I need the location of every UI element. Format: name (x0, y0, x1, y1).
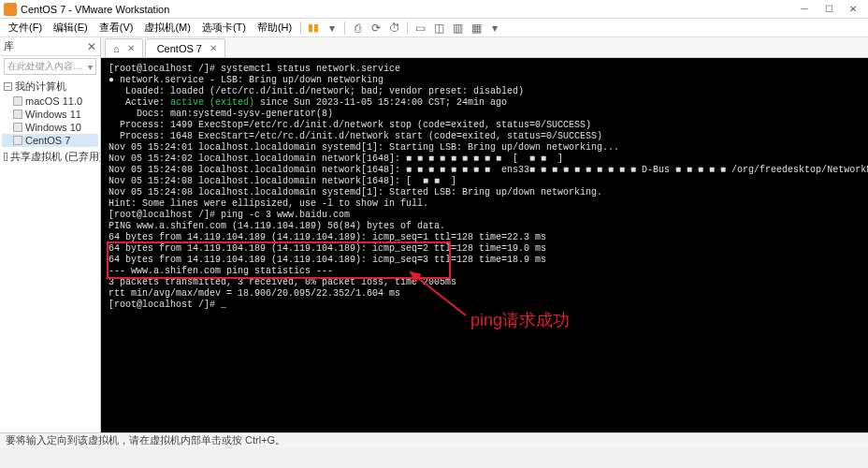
thumbnail-icon[interactable]: ▥ (449, 20, 466, 37)
separator (300, 22, 301, 35)
snapshot-icon[interactable]: ⟳ (368, 20, 384, 37)
search-input[interactable]: 在此处键入内容进行搜索 ▾ (4, 58, 96, 75)
pause-icon[interactable]: ▮▮ (305, 20, 322, 37)
menu-help[interactable]: 帮助(H) (253, 19, 297, 37)
home-icon: ⌂ (113, 43, 120, 54)
menu-view[interactable]: 查看(V) (94, 19, 138, 37)
stretch-icon[interactable]: ▦ (468, 20, 485, 37)
search-icon: ▾ (88, 62, 93, 72)
toolbar-more-icon[interactable]: ▾ (486, 20, 503, 37)
menu-edit[interactable]: 编辑(E) (49, 19, 93, 37)
tree-item-win10[interactable]: Windows 10 (2, 121, 98, 134)
vm-icon (13, 96, 22, 106)
close-button[interactable]: ✕ (842, 2, 864, 17)
tab-label: CentOS 7 (157, 43, 202, 54)
send-ctrl-alt-del-icon[interactable]: ⎙ (349, 20, 366, 37)
fullscreen-icon[interactable]: ▭ (412, 20, 428, 37)
toolbar-dropdown-icon[interactable]: ▾ (324, 20, 340, 37)
separator (344, 22, 345, 35)
tab-close-icon[interactable]: ✕ (210, 43, 217, 53)
separator (407, 22, 408, 35)
main-area: ⌂ ✕ CentOS 7 ✕ [root@localhost /]# syste… (101, 37, 868, 432)
tree-shared[interactable]: 共享虚拟机 (已弃用) (2, 149, 98, 165)
unity-icon[interactable]: ◫ (430, 20, 447, 37)
sidebar-title: 库 (4, 39, 14, 53)
tree-shared-label: 共享虚拟机 (已弃用) (10, 150, 100, 164)
tree-root-label: 我的计算机 (15, 80, 66, 94)
statusbar-text: 要将输入定向到该虚拟机，请在虚拟机内部单击或按 Ctrl+G。 (6, 433, 285, 447)
maximize-button[interactable]: ☐ (817, 2, 840, 17)
tree-item-macos[interactable]: macOS 11.0 (2, 95, 98, 108)
menu-tabs[interactable]: 选项卡(T) (197, 19, 251, 37)
menu-file[interactable]: 文件(F) (4, 19, 47, 37)
window-controls: ─ ☐ ✕ (793, 2, 864, 17)
terminal-output: [root@localhost /]# systemctl status net… (101, 58, 868, 316)
tree-item-win11[interactable]: Windows 11 (2, 108, 98, 121)
collapse-icon[interactable]: − (4, 82, 12, 91)
tabstrip: ⌂ ✕ CentOS 7 ✕ (101, 37, 868, 58)
vm-tree: − 我的计算机 macOS 11.0 Windows 11 Windows 10… (0, 77, 100, 432)
tab-centos7[interactable]: CentOS 7 ✕ (145, 38, 225, 57)
search-placeholder: 在此处键入内容进行搜索 (7, 60, 88, 73)
vm-icon (13, 110, 22, 119)
tree-item-centos7[interactable]: CentOS 7 (2, 134, 98, 147)
vm-icon (13, 136, 22, 145)
vmware-icon (4, 3, 17, 16)
window-titlebar: CentOS 7 - VMware Workstation ─ ☐ ✕ (0, 0, 868, 19)
vm-icon (13, 123, 22, 132)
tree-root[interactable]: − 我的计算机 (2, 79, 98, 95)
vm-console[interactable]: [root@localhost /]# systemctl status net… (101, 58, 868, 432)
tab-close-icon[interactable]: ✕ (127, 43, 135, 53)
menubar: 文件(F) 编辑(E) 查看(V) 虚拟机(M) 选项卡(T) 帮助(H) ▮▮… (0, 19, 868, 37)
snapshot-manager-icon[interactable]: ⏱ (386, 20, 403, 37)
window-title: CentOS 7 - VMware Workstation (21, 4, 169, 15)
statusbar: 要将输入定向到该虚拟机，请在虚拟机内部单击或按 Ctrl+G。 (0, 432, 868, 447)
sidebar-close-icon[interactable]: ✕ (87, 40, 96, 53)
tab-home[interactable]: ⌂ ✕ (105, 38, 143, 57)
minimize-button[interactable]: ─ (793, 2, 816, 17)
collapse-icon[interactable] (4, 153, 7, 161)
sidebar: 库 ✕ 在此处键入内容进行搜索 ▾ − 我的计算机 macOS 11.0 Win… (0, 37, 101, 432)
menu-vm[interactable]: 虚拟机(M) (139, 19, 195, 37)
